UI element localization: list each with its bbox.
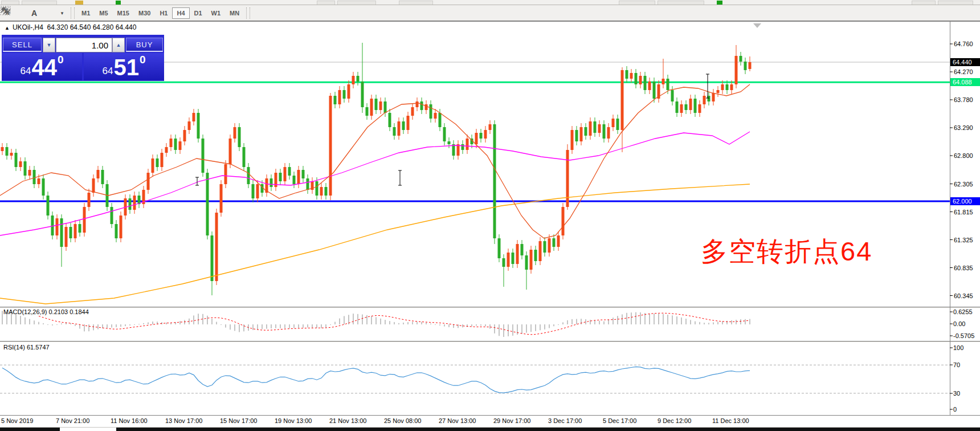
object-marker (398, 170, 402, 185)
rsi-label: RSI(14) 61.5747 (3, 344, 50, 351)
time-axis-label: 5 Dec 17:00 (603, 417, 636, 424)
macd-layer (2, 311, 750, 337)
rsi-scale-label: 70 (953, 361, 960, 368)
symbol-title: UKOil-,H4 (13, 23, 43, 31)
one-click-trading-panel: SELL ▼ ▲ BUY 64440 64510 (2, 35, 164, 81)
macd-scale-label: 0.6255 (953, 308, 973, 315)
price-axis-label: 64.270 (954, 68, 973, 75)
time-axis-label: 21 Nov 13:00 (329, 417, 366, 424)
buy-price-button[interactable]: 64510 (84, 53, 164, 80)
rsi-scale-label: 0 (953, 406, 957, 413)
time-axis-label: 27 Nov 13:00 (439, 417, 476, 424)
price-axis-label: 62.800 (954, 152, 973, 159)
macd-scale-label: -0.5705 (953, 332, 974, 339)
rsi-scale-label: 100 (953, 344, 963, 351)
price-axis-label: 62.305 (954, 181, 973, 188)
sell-button[interactable]: SELL (3, 38, 42, 52)
time-axis-label: 15 Nov 17:00 (220, 417, 257, 424)
time-axis-label: 19 Nov 13:00 (275, 417, 312, 424)
price-axis-label: 63.290 (954, 124, 973, 131)
bottom-strip (60, 428, 116, 431)
buy-price-main: 51 (113, 56, 139, 79)
time-axis-label: 9 Dec 12:00 (658, 417, 691, 424)
sell-price-base: 64 (21, 64, 31, 79)
price-badge-level: 62.000 (950, 197, 980, 205)
price-badge-current: 64.440 (950, 58, 980, 66)
price-axis-label: 63.780 (954, 96, 973, 103)
macd-label: MACD(12,26,9) 0.2103 0.1844 (3, 308, 89, 315)
buy-button[interactable]: BUY (126, 38, 163, 52)
volume-increase-button[interactable]: ▲ (112, 38, 125, 52)
price-axis-label: 61.325 (954, 237, 973, 243)
volume-input[interactable] (56, 38, 112, 52)
sell-price-pip: 0 (58, 55, 64, 64)
sell-price-button[interactable]: 64440 (2, 53, 82, 80)
level-lines-layer (0, 62, 950, 201)
time-axis-label: 11 Dec 13:00 (712, 417, 749, 424)
time-axis-label: 25 Nov 08:00 (384, 417, 421, 424)
sell-price-main: 44 (31, 56, 57, 79)
buy-price-base: 64 (103, 64, 113, 79)
time-axis-label: 11 Nov 16:00 (111, 417, 148, 424)
price-axis-label: 64.760 (954, 40, 973, 47)
price-axis-label: 60.835 (954, 265, 973, 271)
bottom-strip (0, 428, 60, 431)
chart-text-annotation[interactable]: 多空转折点64 (701, 234, 872, 270)
volume-decrease-button[interactable]: ▼ (43, 38, 55, 52)
ohlc-values: 64.320 64.540 64.280 64.440 (47, 23, 137, 31)
time-axis-label: 5 Nov 2019 (1, 417, 33, 424)
time-axis-label: 7 Nov 21:00 (56, 417, 89, 424)
rsi-layer (0, 365, 950, 393)
time-axis-label: 13 Nov 17:00 (165, 417, 202, 424)
price-badge-level: 64.088 (950, 78, 980, 86)
shift-marker (753, 23, 761, 28)
bottom-strip (116, 428, 980, 431)
time-axis-label: 29 Nov 17:00 (493, 417, 530, 424)
rsi-scale-label: 30 (953, 390, 960, 397)
price-axis-label: 61.815 (954, 209, 973, 216)
buy-price-pip: 0 (140, 55, 146, 64)
macd-scale-label: 0.00 (953, 320, 965, 327)
chart-header: ▲UKOil-,H4 64.320 64.540 64.280 64.440 (5, 23, 136, 31)
object-marker (195, 177, 199, 185)
panel-toggle-icon[interactable]: ▲ (5, 25, 10, 31)
price-axis-label: 60.345 (954, 292, 973, 299)
time-axis-label: 3 Dec 17:00 (548, 417, 582, 424)
mt4-terminal: E F A T ▾ M1M5M15M30H1H4D1W1MN ▲UKOil-,H… (0, 0, 980, 431)
